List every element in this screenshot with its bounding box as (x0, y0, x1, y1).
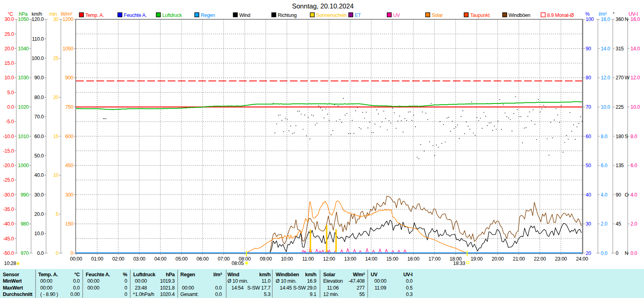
svg-text:-35.0: -35.0 (3, 207, 14, 212)
svg-text:20.0: 20.0 (4, 46, 14, 52)
svg-text:23:48: 23:48 (135, 285, 147, 291)
svg-text:30.0: 30.0 (34, 192, 43, 198)
svg-text:00:00: 00:00 (374, 278, 386, 284)
svg-text:30: 30 (53, 17, 59, 22)
svg-text:20: 20 (586, 250, 591, 256)
svg-text:300: 300 (65, 192, 73, 198)
svg-text:S-SW 17.7: S-SW 17.7 (247, 285, 270, 291)
svg-text:0.0: 0.0 (601, 250, 608, 256)
svg-text:15.0: 15.0 (4, 60, 14, 66)
svg-text:-50.0: -50.0 (3, 250, 14, 256)
svg-text:00:00: 00:00 (40, 278, 52, 284)
svg-text:Windböen: Windböen (509, 12, 530, 18)
svg-text:11:00: 11:00 (302, 256, 314, 262)
svg-text:30.0: 30.0 (4, 17, 14, 22)
svg-text:01:00: 01:00 (91, 256, 103, 262)
svg-text:0.0: 0.0 (7, 104, 14, 110)
svg-text:20:00: 20:00 (492, 256, 504, 262)
svg-text:4.0: 4.0 (631, 192, 638, 198)
svg-text:S: S (625, 134, 628, 139)
svg-text:900: 900 (65, 75, 73, 81)
svg-text:12:00: 12:00 (323, 256, 335, 262)
svg-text:Feuchte A.: Feuchte A. (124, 12, 147, 18)
svg-text:UV-I: UV-I (403, 272, 413, 277)
svg-text:16:00: 16:00 (407, 256, 419, 262)
svg-text:( - 8.90 ): ( - 8.90 ) (40, 292, 58, 297)
svg-text:00:00: 00:00 (40, 285, 52, 291)
svg-text:90: 90 (586, 46, 591, 52)
svg-text:10.0: 10.0 (4, 75, 14, 81)
svg-text:24:00: 24:00 (576, 256, 588, 262)
svg-text:80.0: 80.0 (34, 95, 43, 100)
svg-text:Temp. A.: Temp. A. (85, 12, 104, 18)
svg-text:0.3: 0.3 (406, 292, 413, 297)
svg-text:90.0: 90.0 (34, 75, 43, 81)
svg-text:S-SW 29.0: S-SW 29.0 (293, 285, 316, 291)
svg-text:0.00: 0.00 (70, 292, 80, 297)
svg-text:hPa: hPa (166, 272, 175, 277)
svg-text:40.0: 40.0 (34, 172, 43, 178)
svg-text:90: 90 (616, 192, 621, 198)
svg-text:23:00: 23:00 (555, 256, 567, 262)
svg-text:Solar: Solar (323, 272, 335, 277)
svg-text:hPa: hPa (19, 11, 28, 17)
svg-text:1040: 1040 (18, 46, 29, 52)
svg-text:110.0: 110.0 (32, 36, 44, 42)
svg-text:450: 450 (65, 163, 73, 168)
svg-text:10.0: 10.0 (631, 104, 640, 110)
svg-text:1020: 1020 (18, 104, 29, 110)
svg-text:-5.0: -5.0 (6, 119, 14, 124)
svg-text:0.0: 0.0 (37, 250, 44, 256)
svg-text:21:00: 21:00 (513, 256, 525, 262)
svg-text:km/h: km/h (32, 11, 42, 17)
svg-text:Ø 10 min.: Ø 10 min. (276, 278, 297, 284)
svg-text:04:00: 04:00 (155, 256, 167, 262)
svg-text:0: 0 (56, 250, 59, 256)
svg-text:0.0: 0.0 (215, 292, 222, 297)
svg-text:-10.0: -10.0 (3, 134, 14, 139)
svg-text:%: % (585, 11, 590, 17)
svg-text:10.0: 10.0 (601, 104, 610, 110)
svg-text:10:00: 10:00 (281, 256, 293, 262)
svg-text:20.0: 20.0 (34, 211, 43, 217)
svg-text:02:00: 02:00 (112, 256, 124, 262)
svg-text:60: 60 (586, 134, 591, 139)
svg-text:0: 0 (124, 292, 127, 297)
svg-text:km/h: km/h (259, 272, 270, 277)
svg-text:-20.0: -20.0 (3, 163, 14, 168)
svg-text:8.9 Monat-Ø: 8.9 Monat-Ø (547, 12, 574, 18)
svg-text:225: 225 (616, 104, 624, 110)
svg-text:40: 40 (586, 192, 591, 198)
svg-text:min: min (49, 11, 57, 17)
svg-text:Durchschnitt: Durchschnitt (3, 292, 33, 297)
svg-text:W/m²: W/m² (353, 272, 365, 277)
svg-text:10:28: 10:28 (4, 261, 16, 266)
svg-text:06:00: 06:00 (196, 256, 208, 262)
svg-text:277: 277 (357, 285, 365, 291)
svg-text:14.0: 14.0 (631, 46, 640, 52)
svg-text:W: W (625, 75, 630, 81)
svg-text:5.3: 5.3 (264, 292, 271, 297)
svg-text:Luftdruck: Luftdruck (133, 272, 155, 277)
svg-text:00:00: 00:00 (135, 278, 147, 284)
svg-text:18:33: 18:33 (453, 261, 465, 266)
svg-text:0.0: 0.0 (406, 278, 413, 284)
svg-text:MaxWert: MaxWert (3, 285, 23, 291)
svg-text:UV-I: UV-I (629, 11, 638, 17)
svg-text:20: 20 (53, 95, 59, 100)
svg-text:80: 80 (586, 75, 591, 81)
svg-text:1000: 1000 (18, 163, 29, 168)
svg-text:135: 135 (616, 163, 624, 168)
svg-text:14:00: 14:00 (365, 256, 377, 262)
svg-text:9.1: 9.1 (310, 292, 317, 297)
svg-text:12 min.: 12 min. (323, 292, 339, 297)
svg-text:60.0: 60.0 (34, 134, 43, 139)
svg-text:0.0: 0.0 (73, 285, 80, 291)
svg-text:11.0: 11.0 (262, 278, 271, 284)
svg-text:315: 315 (616, 46, 624, 52)
svg-text:%: % (123, 272, 127, 277)
svg-text:150: 150 (65, 221, 73, 227)
svg-text:70.0: 70.0 (34, 114, 43, 120)
svg-text:15:00: 15:00 (386, 256, 398, 262)
svg-text:25.0: 25.0 (4, 31, 14, 37)
